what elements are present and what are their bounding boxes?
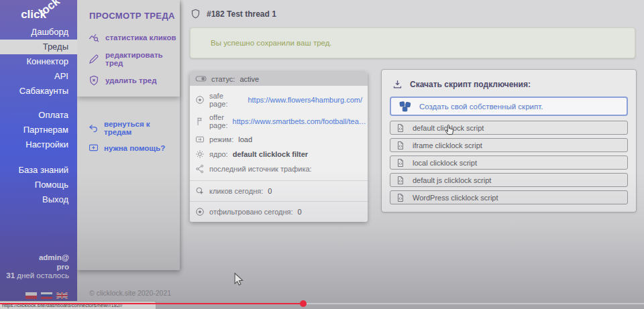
account-email: admin@	[6, 253, 69, 263]
action-label: удалить тред	[105, 76, 156, 84]
row-label: режим:	[209, 135, 233, 143]
create-script-label: Создать свой собственный скрипт.	[419, 103, 543, 111]
download-icon	[392, 79, 402, 89]
video-progress-track[interactable]	[307, 303, 644, 304]
safe-page-row: safe page: https://www.flowers4hamburg.c…	[190, 89, 368, 111]
action-label: статистика кликов	[105, 34, 176, 42]
help-plus-icon	[89, 143, 99, 153]
row-label: последний источник трафика:	[209, 165, 312, 173]
mode-value: load	[238, 135, 252, 143]
russia-flag-icon[interactable]	[41, 292, 52, 299]
mode-row: режим: load	[190, 132, 368, 147]
file-code-icon	[396, 141, 405, 150]
pencil-icon	[89, 54, 99, 64]
file-code-icon	[396, 158, 405, 168]
file-code-icon	[396, 193, 405, 202]
copyright-footer: © clicklock.site 2020-2021	[89, 289, 171, 297]
sidebar-item-logout[interactable]: Выход	[0, 192, 77, 207]
row-label: offer page:	[209, 113, 228, 129]
script-button-default-js[interactable]: default js clicklock script	[390, 173, 628, 187]
clicklock-logo: clicklock	[21, 8, 69, 21]
gear-icon	[195, 149, 205, 159]
filtered-today-row: отфильтровано сегодня: 0	[190, 201, 368, 222]
share-icon	[195, 164, 205, 174]
badge-star-icon	[195, 207, 205, 217]
uk-flag-icon[interactable]	[56, 292, 68, 299]
days-number: 31	[6, 271, 15, 280]
script-button-wordpress[interactable]: WordPress clicklock script	[390, 190, 628, 204]
row-label: ядро:	[209, 150, 228, 158]
sidebar: clicklock Дашборд Треды Коннектор API Са…	[0, 0, 77, 309]
status-header: статус: active	[190, 72, 368, 86]
toggle-icon	[195, 75, 207, 82]
safe-page-link[interactable]: https://www.flowers4hamburg.com/	[248, 96, 362, 104]
click-statistics-action[interactable]: статистика кликов	[77, 28, 180, 47]
script-button-default[interactable]: default clicklock script	[390, 121, 628, 135]
poland-flag-icon[interactable]	[25, 292, 37, 299]
sidebar-item-dashboard[interactable]: Дашборд	[0, 25, 77, 40]
panel-links: вернуться к тредам нужна помощь?	[77, 117, 180, 156]
stats-magnifier-icon	[89, 32, 99, 43]
row-label: safe page:	[209, 92, 243, 108]
counter-label: отфильтровано сегодня:	[209, 208, 293, 216]
undo-arrow-icon	[89, 123, 99, 133]
shield-x-icon	[89, 75, 99, 86]
sidebar-nav: Дашборд Треды Коннектор API Сабакаунты О…	[0, 25, 77, 207]
language-switcher	[25, 292, 68, 299]
sidebar-item-threads[interactable]: Треды	[0, 40, 77, 54]
script-label: default clicklock script	[413, 124, 484, 132]
delete-thread-action[interactable]: удалить тред	[77, 71, 180, 90]
sidebar-item-help[interactable]: Помощь	[0, 178, 77, 192]
badge-star-icon	[195, 95, 205, 105]
sidebar-item-payment[interactable]: Оплата	[0, 108, 77, 123]
script-button-iframe[interactable]: iframe clicklock script	[390, 138, 628, 152]
script-label: iframe clicklock script	[413, 141, 482, 149]
action-label: редактировать тред	[105, 51, 180, 67]
click-cursor-icon	[195, 186, 205, 196]
script-label: default js clicklock script	[413, 176, 491, 184]
download-scripts-card: Скачать скрипт подключения: Создать свой…	[381, 69, 637, 212]
sidebar-item-api[interactable]: API	[0, 69, 77, 84]
account-days-left: 31 дней осталось	[6, 271, 69, 281]
back-to-threads-link[interactable]: вернуться к тредам	[77, 117, 180, 139]
panel-title: ПРОСМОТР ТРЕДА	[77, 0, 180, 28]
core-row: ядро: default clicklock filter	[190, 147, 368, 162]
edit-thread-action[interactable]: редактировать тред	[77, 47, 180, 71]
sidebar-item-subaccounts[interactable]: Сабакаунты	[0, 84, 77, 99]
need-help-link[interactable]: нужна помощь?	[77, 139, 180, 156]
sidebar-item-knowledge-base[interactable]: База знаний	[0, 163, 77, 178]
script-button-local[interactable]: local clicklock script	[390, 156, 628, 170]
main-content: #182 Test thread 1 Вы успешно сохранили …	[180, 0, 644, 309]
filtered-today-value: 0	[298, 208, 302, 216]
offer-page-row: offer page: https://www.smartbets.com/fo…	[190, 111, 368, 132]
sidebar-item-settings[interactable]: Настройки	[0, 137, 77, 152]
sidebar-item-connector[interactable]: Коннектор	[0, 54, 77, 69]
link-label: нужна помощь?	[104, 144, 165, 152]
alert-text: Вы успешно сохранили ваш тред.	[211, 39, 332, 47]
video-progress-handle[interactable]	[300, 300, 307, 307]
thread-status-card: статус: active safe page: https://www.fl…	[190, 72, 368, 222]
file-code-icon	[396, 176, 405, 185]
shield-icon	[191, 8, 201, 19]
flag-icon	[195, 117, 205, 126]
status-value: active	[239, 75, 259, 83]
thread-title: #182 Test thread 1	[207, 9, 276, 19]
status-rows: safe page: https://www.flowers4hamburg.c…	[190, 86, 368, 180]
video-progress-played[interactable]	[0, 303, 301, 304]
link-label: вернуться к тредам	[104, 120, 180, 136]
create-custom-script-button[interactable]: Создать свой собственный скрипт.	[390, 97, 628, 116]
script-label: local clicklock script	[413, 159, 477, 167]
sidebar-item-partners[interactable]: Партнерам	[0, 123, 77, 137]
thread-header: #182 Test thread 1	[191, 8, 276, 19]
script-label: WordPress clicklock script	[413, 194, 498, 202]
clicks-today-value: 0	[268, 187, 272, 195]
account-info: admin@ pro 31 дней осталось	[6, 253, 69, 281]
offer-page-link[interactable]: https://www.smartbets.com/football/tea…	[233, 117, 366, 125]
clicks-today-row: кликов сегодня: 0	[190, 180, 368, 201]
success-alert: Вы успешно сохранили ваш тред.	[190, 27, 635, 58]
account-plan: pro	[6, 263, 69, 272]
thread-view-menu: ПРОСМОТР ТРЕДА статистика кликов редакти…	[77, 0, 180, 97]
mode-icon	[195, 135, 205, 144]
counter-label: кликов сегодня:	[209, 187, 263, 195]
status-label: статус:	[211, 75, 235, 83]
